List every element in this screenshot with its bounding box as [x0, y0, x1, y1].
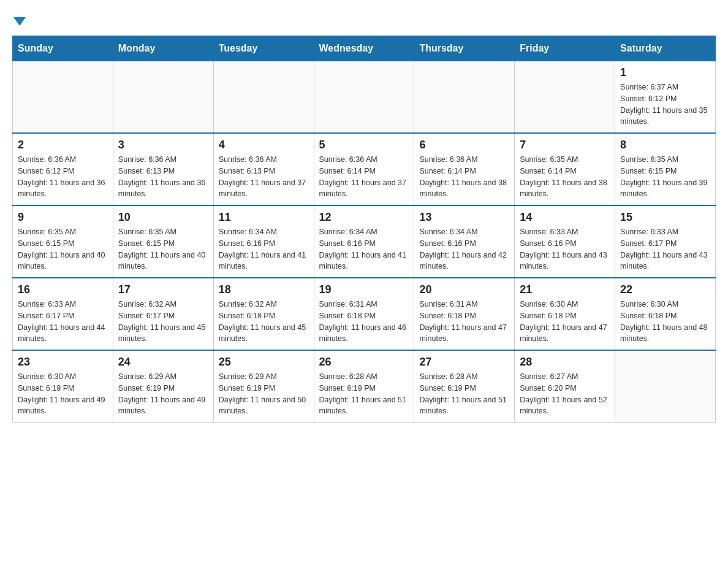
day-info: Sunrise: 6:30 AM Sunset: 6:18 PM Dayligh…	[520, 299, 610, 345]
calendar-cell: 11Sunrise: 6:34 AM Sunset: 6:16 PM Dayli…	[213, 205, 314, 278]
calendar-cell: 4Sunrise: 6:36 AM Sunset: 6:13 PM Daylig…	[213, 133, 314, 205]
calendar-cell: 26Sunrise: 6:28 AM Sunset: 6:19 PM Dayli…	[314, 350, 414, 423]
logo-triangle-icon	[13, 17, 26, 26]
day-number: 24	[118, 356, 208, 369]
day-number: 27	[419, 356, 509, 369]
day-number: 1	[620, 66, 710, 79]
calendar-cell: 23Sunrise: 6:30 AM Sunset: 6:19 PM Dayli…	[13, 350, 113, 423]
day-number: 12	[319, 211, 409, 224]
day-number: 11	[219, 211, 309, 224]
header-day-tuesday: Tuesday	[213, 36, 314, 61]
header-day-wednesday: Wednesday	[314, 36, 414, 61]
calendar-week-row: 23Sunrise: 6:30 AM Sunset: 6:19 PM Dayli…	[13, 350, 716, 423]
day-number: 3	[118, 139, 208, 151]
day-number: 22	[620, 283, 710, 296]
day-info: Sunrise: 6:28 AM Sunset: 6:19 PM Dayligh…	[419, 371, 509, 417]
calendar-cell	[13, 61, 113, 133]
calendar-cell	[615, 350, 716, 423]
calendar-table: SundayMondayTuesdayWednesdayThursdayFrid…	[12, 36, 716, 423]
day-number: 13	[419, 211, 509, 224]
day-info: Sunrise: 6:32 AM Sunset: 6:18 PM Dayligh…	[219, 299, 309, 345]
calendar-week-row: 9Sunrise: 6:35 AM Sunset: 6:15 PM Daylig…	[13, 205, 716, 278]
calendar-week-row: 16Sunrise: 6:33 AM Sunset: 6:17 PM Dayli…	[13, 278, 716, 350]
day-number: 7	[520, 139, 610, 151]
day-info: Sunrise: 6:36 AM Sunset: 6:14 PM Dayligh…	[419, 154, 509, 200]
header-day-thursday: Thursday	[414, 36, 515, 61]
day-info: Sunrise: 6:35 AM Sunset: 6:14 PM Dayligh…	[520, 154, 610, 200]
day-number: 15	[620, 211, 710, 224]
day-info: Sunrise: 6:37 AM Sunset: 6:12 PM Dayligh…	[620, 82, 710, 128]
day-number: 6	[419, 139, 509, 151]
calendar-cell: 7Sunrise: 6:35 AM Sunset: 6:14 PM Daylig…	[515, 133, 615, 205]
day-number: 23	[18, 356, 108, 369]
calendar-cell: 15Sunrise: 6:33 AM Sunset: 6:17 PM Dayli…	[615, 205, 716, 278]
day-number: 25	[219, 356, 309, 369]
calendar-cell: 25Sunrise: 6:29 AM Sunset: 6:19 PM Dayli…	[213, 350, 314, 423]
day-info: Sunrise: 6:34 AM Sunset: 6:16 PM Dayligh…	[219, 226, 309, 272]
page-header	[12, 12, 716, 29]
calendar-cell	[414, 61, 515, 133]
header-day-sunday: Sunday	[13, 36, 113, 61]
day-info: Sunrise: 6:34 AM Sunset: 6:16 PM Dayligh…	[319, 226, 409, 272]
calendar-cell: 13Sunrise: 6:34 AM Sunset: 6:16 PM Dayli…	[414, 205, 515, 278]
calendar-cell: 3Sunrise: 6:36 AM Sunset: 6:13 PM Daylig…	[113, 133, 213, 205]
day-number: 8	[620, 139, 710, 151]
day-number: 17	[118, 283, 208, 296]
day-number: 5	[319, 139, 409, 151]
logo	[12, 12, 26, 29]
calendar-cell: 24Sunrise: 6:29 AM Sunset: 6:19 PM Dayli…	[113, 350, 213, 423]
calendar-cell: 10Sunrise: 6:35 AM Sunset: 6:15 PM Dayli…	[113, 205, 213, 278]
calendar-cell: 2Sunrise: 6:36 AM Sunset: 6:12 PM Daylig…	[13, 133, 113, 205]
day-number: 16	[18, 283, 108, 296]
day-number: 19	[319, 283, 409, 296]
calendar-cell: 20Sunrise: 6:31 AM Sunset: 6:18 PM Dayli…	[414, 278, 515, 350]
calendar-cell: 12Sunrise: 6:34 AM Sunset: 6:16 PM Dayli…	[314, 205, 414, 278]
calendar-cell: 9Sunrise: 6:35 AM Sunset: 6:15 PM Daylig…	[13, 205, 113, 278]
calendar-cell	[314, 61, 414, 133]
calendar-cell: 17Sunrise: 6:32 AM Sunset: 6:17 PM Dayli…	[113, 278, 213, 350]
day-info: Sunrise: 6:30 AM Sunset: 6:18 PM Dayligh…	[620, 299, 710, 345]
calendar-week-row: 2Sunrise: 6:36 AM Sunset: 6:12 PM Daylig…	[13, 133, 716, 205]
day-number: 10	[118, 211, 208, 224]
calendar-cell: 22Sunrise: 6:30 AM Sunset: 6:18 PM Dayli…	[615, 278, 716, 350]
day-number: 2	[18, 139, 108, 151]
day-info: Sunrise: 6:28 AM Sunset: 6:19 PM Dayligh…	[319, 371, 409, 417]
day-number: 18	[219, 283, 309, 296]
logo-text	[12, 12, 26, 29]
day-number: 9	[18, 211, 108, 224]
day-info: Sunrise: 6:33 AM Sunset: 6:16 PM Dayligh…	[520, 226, 610, 272]
day-info: Sunrise: 6:32 AM Sunset: 6:17 PM Dayligh…	[118, 299, 208, 345]
day-info: Sunrise: 6:27 AM Sunset: 6:20 PM Dayligh…	[520, 371, 610, 417]
day-number: 28	[520, 356, 610, 369]
day-info: Sunrise: 6:33 AM Sunset: 6:17 PM Dayligh…	[620, 226, 710, 272]
calendar-cell: 18Sunrise: 6:32 AM Sunset: 6:18 PM Dayli…	[213, 278, 314, 350]
calendar-cell: 16Sunrise: 6:33 AM Sunset: 6:17 PM Dayli…	[13, 278, 113, 350]
calendar-cell: 28Sunrise: 6:27 AM Sunset: 6:20 PM Dayli…	[515, 350, 615, 423]
day-info: Sunrise: 6:36 AM Sunset: 6:12 PM Dayligh…	[18, 154, 108, 200]
calendar-cell: 21Sunrise: 6:30 AM Sunset: 6:18 PM Dayli…	[515, 278, 615, 350]
day-info: Sunrise: 6:36 AM Sunset: 6:13 PM Dayligh…	[118, 154, 208, 200]
day-number: 20	[419, 283, 509, 296]
day-info: Sunrise: 6:31 AM Sunset: 6:18 PM Dayligh…	[319, 299, 409, 345]
calendar-week-row: 1Sunrise: 6:37 AM Sunset: 6:12 PM Daylig…	[13, 61, 716, 133]
day-number: 14	[520, 211, 610, 224]
calendar-cell: 27Sunrise: 6:28 AM Sunset: 6:19 PM Dayli…	[414, 350, 515, 423]
day-info: Sunrise: 6:35 AM Sunset: 6:15 PM Dayligh…	[18, 226, 108, 272]
calendar-cell	[515, 61, 615, 133]
calendar-cell: 14Sunrise: 6:33 AM Sunset: 6:16 PM Dayli…	[515, 205, 615, 278]
calendar-cell: 6Sunrise: 6:36 AM Sunset: 6:14 PM Daylig…	[414, 133, 515, 205]
day-info: Sunrise: 6:36 AM Sunset: 6:14 PM Dayligh…	[319, 154, 409, 200]
day-info: Sunrise: 6:35 AM Sunset: 6:15 PM Dayligh…	[118, 226, 208, 272]
day-info: Sunrise: 6:34 AM Sunset: 6:16 PM Dayligh…	[419, 226, 509, 272]
calendar-cell	[213, 61, 314, 133]
calendar-header-row: SundayMondayTuesdayWednesdayThursdayFrid…	[13, 36, 716, 61]
day-info: Sunrise: 6:33 AM Sunset: 6:17 PM Dayligh…	[18, 299, 108, 345]
header-day-friday: Friday	[515, 36, 615, 61]
calendar-cell: 8Sunrise: 6:35 AM Sunset: 6:15 PM Daylig…	[615, 133, 716, 205]
day-info: Sunrise: 6:31 AM Sunset: 6:18 PM Dayligh…	[419, 299, 509, 345]
day-info: Sunrise: 6:29 AM Sunset: 6:19 PM Dayligh…	[219, 371, 309, 417]
day-info: Sunrise: 6:35 AM Sunset: 6:15 PM Dayligh…	[620, 154, 710, 200]
day-number: 21	[520, 283, 610, 296]
day-info: Sunrise: 6:29 AM Sunset: 6:19 PM Dayligh…	[118, 371, 208, 417]
day-number: 4	[219, 139, 309, 151]
